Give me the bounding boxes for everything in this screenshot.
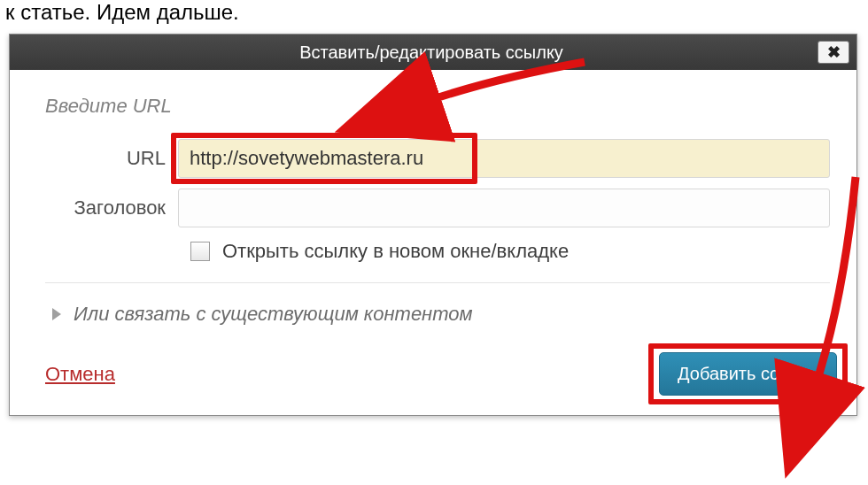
chevron-right-icon bbox=[52, 308, 61, 320]
dialog-titlebar: Вставить/редактировать ссылку ✖ bbox=[10, 35, 856, 70]
title-row: Заголовок bbox=[45, 189, 830, 227]
link-existing-label: Или связать с существующим контентом bbox=[74, 303, 473, 326]
close-icon: ✖ bbox=[827, 42, 841, 62]
background-text-above: к статье. Идем дальше. bbox=[0, 0, 868, 30]
dialog-title: Вставить/редактировать ссылку bbox=[45, 42, 818, 63]
link-existing-toggle[interactable]: Или связать с существующим контентом bbox=[45, 283, 830, 345]
url-input[interactable] bbox=[178, 139, 830, 178]
url-row: URL bbox=[45, 139, 830, 178]
new-tab-label: Открыть ссылку в новом окне/вкладке bbox=[222, 240, 569, 263]
background-text-below bbox=[0, 420, 868, 427]
close-button[interactable]: ✖ bbox=[818, 41, 849, 64]
section-heading: Введите URL bbox=[45, 95, 830, 118]
new-tab-checkbox[interactable] bbox=[190, 242, 210, 261]
dialog-footer: Отмена Добавить ссылку bbox=[10, 352, 856, 415]
dialog-body: Введите URL URL Заголовок Открыть ссылку… bbox=[10, 70, 856, 352]
url-label: URL bbox=[45, 147, 178, 170]
add-link-button[interactable]: Добавить ссылку bbox=[659, 352, 837, 396]
new-tab-row: Открыть ссылку в новом окне/вкладке bbox=[190, 240, 830, 263]
title-label: Заголовок bbox=[45, 196, 178, 219]
cancel-link[interactable]: Отмена bbox=[45, 363, 115, 386]
title-input[interactable] bbox=[178, 189, 830, 227]
link-dialog: Вставить/редактировать ссылку ✖ Введите … bbox=[9, 34, 857, 416]
